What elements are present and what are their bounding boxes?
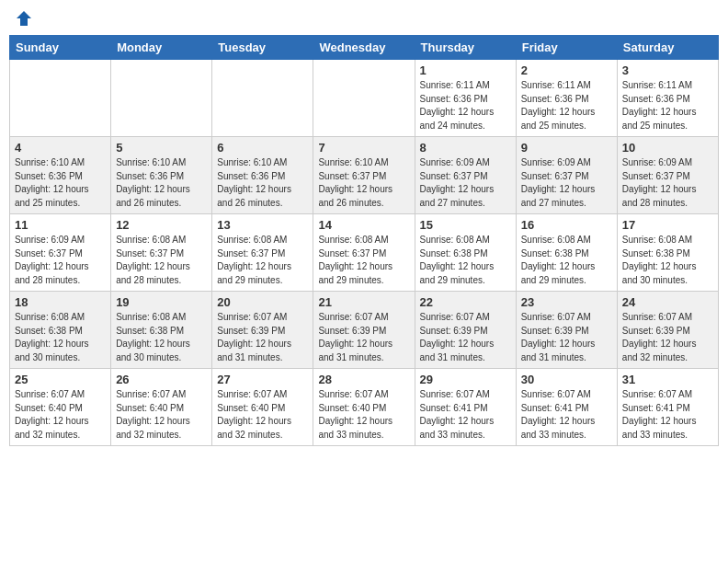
day-info: Sunrise: 6:08 AM Sunset: 6:38 PM Dayligh… (622, 234, 713, 287)
day-number: 2 (521, 63, 612, 77)
day-info: Sunrise: 6:08 AM Sunset: 6:37 PM Dayligh… (318, 234, 409, 287)
weekday-header-row: SundayMondayTuesdayWednesdayThursdayFrid… (10, 36, 719, 60)
day-number: 16 (521, 218, 612, 232)
day-info: Sunrise: 6:09 AM Sunset: 6:37 PM Dayligh… (420, 156, 511, 210)
day-number: 20 (217, 295, 308, 309)
calendar-cell: 19Sunrise: 6:08 AM Sunset: 6:38 PM Dayli… (111, 292, 212, 369)
day-number: 19 (116, 295, 207, 309)
calendar-cell: 28Sunrise: 6:07 AM Sunset: 6:40 PM Dayli… (313, 369, 415, 446)
calendar-cell (111, 60, 212, 137)
day-info: Sunrise: 6:07 AM Sunset: 6:39 PM Dayligh… (622, 311, 713, 364)
day-number: 29 (420, 373, 511, 386)
day-number: 6 (217, 141, 308, 155)
calendar-row: 11Sunrise: 6:09 AM Sunset: 6:37 PM Dayli… (10, 214, 719, 292)
calendar-cell: 30Sunrise: 6:07 AM Sunset: 6:41 PM Dayli… (516, 369, 617, 446)
calendar-cell: 27Sunrise: 6:07 AM Sunset: 6:40 PM Dayli… (212, 369, 313, 446)
weekday-header-friday: Friday (516, 36, 617, 60)
day-number: 26 (116, 373, 207, 386)
calendar-cell: 14Sunrise: 6:08 AM Sunset: 6:37 PM Dayli… (313, 214, 415, 292)
calendar-cell: 7Sunrise: 6:10 AM Sunset: 6:37 PM Daylig… (313, 137, 415, 214)
day-info: Sunrise: 6:09 AM Sunset: 6:37 PM Dayligh… (15, 234, 106, 287)
calendar-cell: 31Sunrise: 6:07 AM Sunset: 6:41 PM Dayli… (617, 369, 718, 446)
day-info: Sunrise: 6:08 AM Sunset: 6:37 PM Dayligh… (116, 234, 207, 287)
day-number: 24 (622, 295, 713, 309)
calendar-cell: 8Sunrise: 6:09 AM Sunset: 6:37 PM Daylig… (415, 137, 516, 214)
day-info: Sunrise: 6:10 AM Sunset: 6:36 PM Dayligh… (116, 156, 207, 210)
weekday-header-monday: Monday (111, 36, 212, 60)
calendar-cell (212, 60, 313, 137)
calendar-cell (313, 60, 415, 137)
day-number: 1 (420, 63, 511, 77)
day-info: Sunrise: 6:07 AM Sunset: 6:40 PM Dayligh… (15, 388, 106, 442)
day-info: Sunrise: 6:11 AM Sunset: 6:36 PM Dayligh… (420, 79, 511, 132)
day-info: Sunrise: 6:07 AM Sunset: 6:41 PM Dayligh… (420, 388, 511, 442)
day-info: Sunrise: 6:07 AM Sunset: 6:39 PM Dayligh… (420, 311, 511, 364)
calendar-cell: 22Sunrise: 6:07 AM Sunset: 6:39 PM Dayli… (415, 292, 516, 369)
day-info: Sunrise: 6:11 AM Sunset: 6:36 PM Dayligh… (521, 79, 612, 132)
calendar-cell (10, 60, 111, 137)
svg-marker-0 (17, 11, 31, 26)
day-number: 14 (318, 218, 409, 232)
weekday-header-sunday: Sunday (10, 36, 111, 60)
day-number: 9 (521, 141, 612, 155)
calendar-cell: 18Sunrise: 6:08 AM Sunset: 6:38 PM Dayli… (10, 292, 111, 369)
day-number: 17 (622, 218, 713, 232)
day-info: Sunrise: 6:10 AM Sunset: 6:37 PM Dayligh… (318, 156, 409, 210)
day-number: 22 (420, 295, 511, 309)
calendar-cell: 17Sunrise: 6:08 AM Sunset: 6:38 PM Dayli… (617, 214, 718, 292)
calendar-cell: 11Sunrise: 6:09 AM Sunset: 6:37 PM Dayli… (10, 214, 111, 292)
day-info: Sunrise: 6:07 AM Sunset: 6:39 PM Dayligh… (318, 311, 409, 364)
page-header (9, 9, 719, 28)
day-info: Sunrise: 6:07 AM Sunset: 6:40 PM Dayligh… (217, 388, 308, 442)
day-number: 18 (15, 295, 106, 309)
weekday-header-wednesday: Wednesday (313, 36, 415, 60)
calendar-cell: 20Sunrise: 6:07 AM Sunset: 6:39 PM Dayli… (212, 292, 313, 369)
day-number: 25 (15, 373, 106, 386)
calendar-cell: 4Sunrise: 6:10 AM Sunset: 6:36 PM Daylig… (10, 137, 111, 214)
logo (13, 9, 33, 28)
calendar-cell: 2Sunrise: 6:11 AM Sunset: 6:36 PM Daylig… (516, 60, 617, 137)
day-info: Sunrise: 6:08 AM Sunset: 6:38 PM Dayligh… (116, 311, 207, 364)
calendar-cell: 23Sunrise: 6:07 AM Sunset: 6:39 PM Dayli… (516, 292, 617, 369)
day-number: 3 (622, 63, 713, 77)
day-info: Sunrise: 6:07 AM Sunset: 6:39 PM Dayligh… (521, 311, 612, 364)
day-number: 7 (318, 141, 409, 155)
calendar-row: 1Sunrise: 6:11 AM Sunset: 6:36 PM Daylig… (10, 60, 719, 137)
weekday-header-saturday: Saturday (617, 36, 718, 60)
day-info: Sunrise: 6:09 AM Sunset: 6:37 PM Dayligh… (521, 156, 612, 210)
calendar-row: 25Sunrise: 6:07 AM Sunset: 6:40 PM Dayli… (10, 369, 719, 446)
day-info: Sunrise: 6:07 AM Sunset: 6:40 PM Dayligh… (116, 388, 207, 442)
calendar-cell: 6Sunrise: 6:10 AM Sunset: 6:36 PM Daylig… (212, 137, 313, 214)
day-number: 30 (521, 373, 612, 386)
day-info: Sunrise: 6:11 AM Sunset: 6:36 PM Dayligh… (622, 79, 713, 132)
day-info: Sunrise: 6:08 AM Sunset: 6:37 PM Dayligh… (217, 234, 308, 287)
calendar-row: 18Sunrise: 6:08 AM Sunset: 6:38 PM Dayli… (10, 292, 719, 369)
weekday-header-thursday: Thursday (415, 36, 516, 60)
day-number: 21 (318, 295, 409, 309)
day-info: Sunrise: 6:07 AM Sunset: 6:40 PM Dayligh… (318, 388, 409, 442)
calendar-cell: 29Sunrise: 6:07 AM Sunset: 6:41 PM Dayli… (415, 369, 516, 446)
calendar-cell: 1Sunrise: 6:11 AM Sunset: 6:36 PM Daylig… (415, 60, 516, 137)
day-number: 31 (622, 373, 713, 386)
calendar-cell: 26Sunrise: 6:07 AM Sunset: 6:40 PM Dayli… (111, 369, 212, 446)
calendar-cell: 15Sunrise: 6:08 AM Sunset: 6:38 PM Dayli… (415, 214, 516, 292)
day-info: Sunrise: 6:09 AM Sunset: 6:37 PM Dayligh… (622, 156, 713, 210)
calendar-row: 4Sunrise: 6:10 AM Sunset: 6:36 PM Daylig… (10, 137, 719, 214)
day-number: 10 (622, 141, 713, 155)
calendar-cell: 16Sunrise: 6:08 AM Sunset: 6:38 PM Dayli… (516, 214, 617, 292)
day-number: 8 (420, 141, 511, 155)
calendar-cell: 21Sunrise: 6:07 AM Sunset: 6:39 PM Dayli… (313, 292, 415, 369)
day-info: Sunrise: 6:08 AM Sunset: 6:38 PM Dayligh… (15, 311, 106, 364)
day-number: 13 (217, 218, 308, 232)
day-number: 11 (15, 218, 106, 232)
day-number: 12 (116, 218, 207, 232)
calendar-cell: 9Sunrise: 6:09 AM Sunset: 6:37 PM Daylig… (516, 137, 617, 214)
day-info: Sunrise: 6:08 AM Sunset: 6:38 PM Dayligh… (521, 234, 612, 287)
day-info: Sunrise: 6:08 AM Sunset: 6:38 PM Dayligh… (420, 234, 511, 287)
day-number: 27 (217, 373, 308, 386)
day-info: Sunrise: 6:07 AM Sunset: 6:39 PM Dayligh… (217, 311, 308, 364)
day-number: 23 (521, 295, 612, 309)
day-info: Sunrise: 6:10 AM Sunset: 6:36 PM Dayligh… (217, 156, 308, 210)
calendar-table: SundayMondayTuesdayWednesdayThursdayFrid… (9, 35, 719, 446)
day-number: 4 (15, 141, 106, 155)
